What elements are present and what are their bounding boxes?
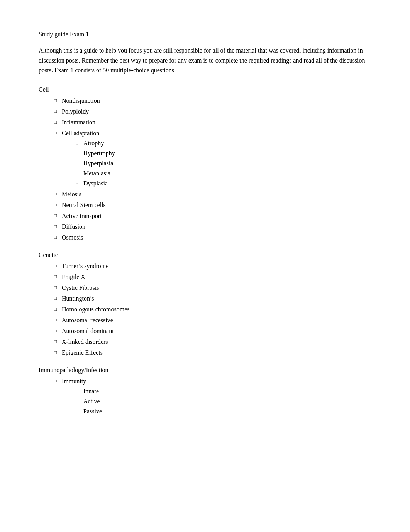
list-item-0-6: Active transport <box>54 211 371 221</box>
sublist-item-0-3-0: Atrophy <box>76 139 371 148</box>
list-item-1-3: Huntington’s <box>54 294 371 303</box>
level1-list-2: ImmunityInnateActivePassive <box>39 377 371 416</box>
list-item-1-7: X-linked disorders <box>54 337 371 347</box>
sublist-item-2-0-0: Innate <box>76 387 371 396</box>
list-item-2-0: ImmunityInnateActivePassive <box>54 377 371 416</box>
list-item-1-0: Turner’s syndrome <box>54 262 371 271</box>
section-heading-0: Cell <box>39 86 371 93</box>
list-item-1-8: Epigenic Effects <box>54 348 371 357</box>
list-item-0-5: Neural Stem cells <box>54 201 371 210</box>
list-item-0-4: Meiosis <box>54 190 371 199</box>
list-item-0-7: Diffusion <box>54 222 371 231</box>
sections-container: CellNondisjunctionPolyploidyInflammation… <box>39 86 371 416</box>
section-2: Immunopathology/InfectionImmunityInnateA… <box>39 367 371 416</box>
list-item-1-4: Homologous chromosomes <box>54 305 371 314</box>
sublist-item-2-0-1: Active <box>76 397 371 406</box>
level2-list-2-0: InnateActivePassive <box>62 387 371 416</box>
sublist-item-0-3-4: Dysplasia <box>76 179 371 188</box>
page-content: Study guide Exam 1. Although this is a g… <box>39 31 371 416</box>
list-item-1-5: Autosomal recessive <box>54 316 371 325</box>
page-title: Study guide Exam 1. <box>39 31 371 38</box>
list-item-0-1: Polyploidy <box>54 107 371 116</box>
level1-list-1: Turner’s syndromeFragile XCystic Fibrosi… <box>39 262 371 357</box>
sublist-item-0-3-1: Hypertrophy <box>76 149 371 158</box>
list-item-0-3: Cell adaptationAtrophyHypertrophyHyperpl… <box>54 129 371 188</box>
level2-list-0-3: AtrophyHypertrophyHyperplasiaMetaplasiaD… <box>62 139 371 188</box>
sublist-item-0-3-2: Hyperplasia <box>76 159 371 168</box>
intro-paragraph: Although this is a guide to help you foc… <box>39 46 371 75</box>
list-item-0-0: Nondisjunction <box>54 96 371 105</box>
list-item-0-2: Inflammation <box>54 118 371 127</box>
list-item-1-2: Cystic Fibrosis <box>54 283 371 292</box>
section-heading-1: Genetic <box>39 252 371 258</box>
section-1: GeneticTurner’s syndromeFragile XCystic … <box>39 252 371 357</box>
list-item-0-8: Osmosis <box>54 233 371 242</box>
level1-list-0: NondisjunctionPolyploidyInflammationCell… <box>39 96 371 242</box>
list-item-1-6: Autosomal dominant <box>54 326 371 336</box>
sublist-item-0-3-3: Metaplasia <box>76 169 371 178</box>
sublist-item-2-0-2: Passive <box>76 407 371 416</box>
section-heading-2: Immunopathology/Infection <box>39 367 371 374</box>
list-item-1-1: Fragile X <box>54 272 371 282</box>
section-0: CellNondisjunctionPolyploidyInflammation… <box>39 86 371 242</box>
